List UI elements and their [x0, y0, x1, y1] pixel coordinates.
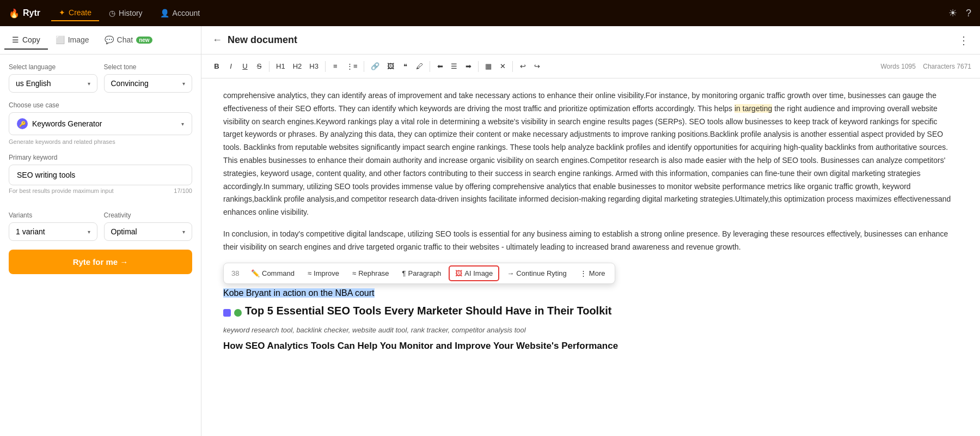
document-title: New document [228, 34, 958, 46]
improve-icon: ≈ [308, 269, 311, 277]
variants-group: Variants 1 variant ▾ [9, 211, 97, 241]
underline-button[interactable]: U [238, 60, 252, 72]
keyword-input[interactable] [9, 165, 192, 185]
account-icon: 👤 [160, 9, 169, 17]
tab-image[interactable]: ⬜ Image [48, 31, 97, 50]
image-button[interactable]: 🖼 [384, 60, 397, 72]
variants-chevron-icon: ▾ [88, 229, 90, 235]
use-case-hint: Generate keywords and related phrases [9, 138, 192, 145]
bold-button[interactable]: B [210, 60, 223, 72]
sidebar: ☰ Copy ⬜ Image 💬 Chat new Select languag… [0, 26, 201, 436]
toolbar-separator-6 [512, 61, 513, 72]
toolbar-separator-1 [269, 61, 270, 72]
highlighted-text: in targeting [734, 104, 772, 113]
nav-account[interactable]: 👤 Account [152, 5, 208, 21]
tone-select[interactable]: Convincing ▾ [104, 74, 193, 93]
content-paragraph-2: In conclusion, in today's competitive di… [223, 228, 958, 254]
command-button[interactable]: ✏️ Command [246, 267, 300, 280]
back-button[interactable]: ← [212, 34, 222, 46]
improve-button[interactable]: ≈ Improve [302, 267, 345, 280]
tone-value: Convincing [111, 79, 149, 88]
create-icon: ✦ [59, 8, 65, 17]
rephrase-label: Rephrase [358, 269, 389, 277]
help-button[interactable]: ? [966, 8, 971, 19]
logo-icon: 🔥 [9, 8, 20, 19]
toolbar-separator-2 [325, 61, 326, 72]
continue-label: Continue Ryting [516, 269, 567, 277]
chat-tab-icon: 💬 [105, 35, 114, 44]
bullet-list-button[interactable]: ≡ [329, 60, 342, 72]
tab-copy[interactable]: ☰ Copy [4, 31, 48, 50]
toolbar-separator-3 [364, 61, 364, 72]
more-options-float-button[interactable]: ⋮ More [574, 267, 611, 280]
strikethrough-button[interactable]: S [253, 60, 266, 72]
undo-button[interactable]: ↩ [516, 60, 529, 72]
align-right-button[interactable]: ➡ [462, 60, 475, 72]
language-value: us English [16, 79, 51, 88]
language-group: Select language us English ▾ [9, 63, 97, 93]
cta-label: Ryte for me → [73, 257, 128, 267]
italic-button[interactable]: I [224, 60, 237, 72]
redo-button[interactable]: ↪ [530, 60, 543, 72]
nav-right: ☀ ? [948, 7, 971, 19]
loading-icon-1 [223, 309, 231, 317]
variants-select[interactable]: 1 variant ▾ [9, 222, 97, 241]
toolbar-separator-4 [430, 61, 430, 72]
copy-tab-label: Copy [22, 35, 40, 44]
nav-items: ✦ Create ◷ History 👤 Account [51, 5, 948, 21]
ai-image-button[interactable]: 🖼 AI Image [449, 265, 499, 281]
editor-area: ← New document ⋮ B I U S H1 H2 H3 ≡ ⋮≡ 🔗… [201, 26, 980, 436]
content-paragraph-1: comprehensive analytics, they can identi… [223, 89, 958, 219]
language-label: Select language [9, 63, 97, 71]
word-count: Words 1095 [880, 63, 915, 70]
variants-label: Variants [9, 211, 97, 219]
more-label: More [589, 269, 605, 277]
continue-ryting-button[interactable]: → Continue Ryting [501, 267, 572, 280]
more-options-button[interactable]: ⋮ [958, 34, 969, 47]
rephrase-button[interactable]: ≈ Rephrase [347, 267, 395, 280]
h1-button[interactable]: H1 [273, 60, 289, 72]
quote-button[interactable]: ❝ [399, 60, 412, 72]
nav-create[interactable]: ✦ Create [51, 5, 99, 21]
tone-label: Select tone [104, 63, 193, 71]
content-heading-1: Top 5 Essential SEO Tools Every Marketer… [245, 305, 612, 317]
align-center-button[interactable]: ☰ [448, 60, 461, 72]
tone-chevron-icon: ▾ [182, 81, 185, 87]
variants-creativity-row: Variants 1 variant ▾ Creativity Optimal … [9, 211, 192, 241]
language-chevron-icon: ▾ [88, 81, 90, 87]
ryte-for-me-button[interactable]: Ryte for me → [9, 250, 192, 274]
theme-toggle-button[interactable]: ☀ [948, 7, 957, 19]
float-line-number: 38 [228, 267, 243, 280]
language-tone-row: Select language us English ▾ Select tone… [9, 63, 192, 93]
h3-button[interactable]: H3 [306, 60, 322, 72]
use-case-icon: 🔑 [17, 118, 28, 129]
sidebar-tabs: ☰ Copy ⬜ Image 💬 Chat new [0, 26, 201, 55]
ai-image-label: AI Image [464, 269, 493, 277]
floating-toolbar: 38 ✏️ Command ≈ Improve ≈ Rephrase ¶ Par… [223, 263, 615, 284]
align-left-button[interactable]: ⬅ [433, 60, 446, 72]
use-case-select[interactable]: 🔑 Keywords Generator ▾ [9, 112, 192, 135]
paragraph-button[interactable]: ¶ Paragraph [397, 267, 447, 280]
highlight-button[interactable]: 🖊 [413, 60, 426, 72]
use-case-chevron-icon: ▾ [181, 121, 184, 127]
main-layout: ☰ Copy ⬜ Image 💬 Chat new Select languag… [0, 26, 980, 436]
link-button[interactable]: 🔗 [367, 60, 383, 72]
nav-history[interactable]: ◷ History [101, 5, 150, 21]
block-button[interactable]: ▦ [482, 60, 495, 72]
h2-button[interactable]: H2 [290, 60, 305, 72]
creativity-select[interactable]: Optimal ▾ [104, 222, 193, 241]
history-icon: ◷ [109, 9, 115, 17]
language-select[interactable]: us English ▾ [9, 74, 97, 93]
rephrase-icon: ≈ [352, 269, 356, 277]
sidebar-content: Select language us English ▾ Select tone… [0, 55, 201, 436]
ordered-list-button[interactable]: ⋮≡ [343, 60, 361, 72]
command-icon: ✏️ [251, 269, 260, 277]
clear-format-button[interactable]: ✕ [496, 60, 509, 72]
new-badge: new [136, 37, 152, 44]
editor-content[interactable]: comprehensive analytics, they can identi… [201, 78, 980, 436]
toolbar-separator-5 [478, 61, 479, 72]
command-label: Command [262, 269, 295, 277]
keyword-label: Primary keyword [9, 154, 192, 161]
improve-label: Improve [314, 269, 339, 277]
tab-chat[interactable]: 💬 Chat new [97, 31, 160, 50]
